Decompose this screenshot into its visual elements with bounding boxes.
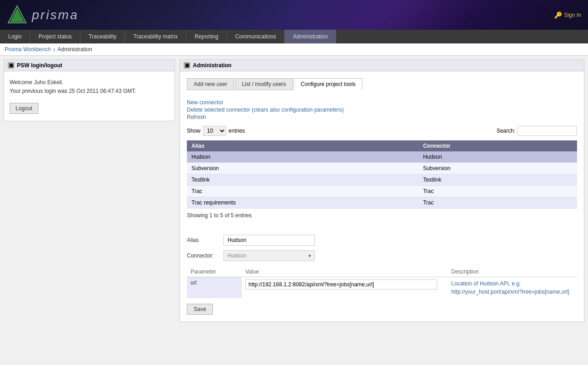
show-left: Show 10 25 50 100 entries xyxy=(187,126,245,136)
app-header: prisma 🔑 Sign In xyxy=(0,0,588,30)
delete-connector-link[interactable]: Delete selected connector (clears also c… xyxy=(187,107,577,113)
cell-connector: Hudson xyxy=(418,151,577,163)
cell-alias: Trac xyxy=(187,186,418,197)
key-icon: 🔑 xyxy=(554,11,562,19)
search-area: Search: xyxy=(497,126,577,136)
search-label: Search: xyxy=(497,128,515,134)
breadcrumb: Prisma Workbench › Administration xyxy=(0,43,588,56)
sign-in-area[interactable]: 🔑 Sign In xyxy=(554,11,581,19)
nav-item-communications[interactable]: Communications xyxy=(227,30,285,43)
left-panel-title: PSW login/logout xyxy=(17,62,62,69)
left-panel: ▣ PSW login/logout Welcome Juho Eskeli. … xyxy=(4,59,175,121)
param-name: url xyxy=(187,277,242,299)
nav-item-traceability[interactable]: Traceability xyxy=(80,30,125,43)
connector-select[interactable]: Hudson xyxy=(223,250,315,261)
table-row[interactable]: TestlinkTestlink xyxy=(187,174,577,186)
welcome-line1: Welcome Juho Eskeli. xyxy=(10,78,169,87)
tab-configure-project-tools[interactable]: Configure project tools xyxy=(294,78,362,90)
right-panel-title: Administration xyxy=(193,62,232,69)
save-button[interactable]: Save xyxy=(187,304,213,315)
nav-bar: Login Project status Traceability Tracea… xyxy=(0,30,588,43)
right-panel: ▣ Administration Add new user List / mod… xyxy=(180,59,584,322)
tabs-container: Add new user List / modify users Configu… xyxy=(187,78,577,90)
entries-label: entries xyxy=(228,128,245,134)
breadcrumb-separator: › xyxy=(53,46,55,53)
tab-list-modify-users[interactable]: List / modify users xyxy=(235,78,293,90)
refresh-link[interactable]: Refresh xyxy=(187,114,577,120)
show-label: Show xyxy=(187,128,201,134)
welcome-line2: Your previous login was 25 Oct 2011 06:4… xyxy=(10,87,169,96)
main-content: ▣ PSW login/logout Welcome Juho Eskeli. … xyxy=(0,56,588,326)
params-table: Parameter Value Description url Location… xyxy=(187,267,577,298)
showing-text: Showing 1 to 5 of 5 entries xyxy=(187,212,577,219)
action-links: New connector Delete selected connector … xyxy=(187,99,577,120)
table-row[interactable]: Trac requirementsTrac xyxy=(187,197,577,209)
cell-connector: Testlink xyxy=(418,174,577,186)
breadcrumb-home[interactable]: Prisma Workbench xyxy=(5,46,51,53)
right-panel-header: ▣ Administration xyxy=(180,60,584,71)
cell-alias: Hudson xyxy=(187,151,418,163)
table-row[interactable]: SubversionSubversion xyxy=(187,163,577,174)
new-connector-link[interactable]: New connector xyxy=(187,99,577,106)
cell-connector: Trac xyxy=(418,197,577,209)
alias-row: Alias xyxy=(187,235,577,246)
left-panel-body: Welcome Juho Eskeli. Your previous login… xyxy=(4,71,175,121)
connector-select-wrapper: Hudson ▼ xyxy=(223,250,315,261)
param-description: Location of Hudson API, e.g.http://your_… xyxy=(448,277,577,299)
col-connector: Connector xyxy=(418,140,577,151)
param-col-value: Value xyxy=(242,267,448,277)
param-row: url Location of Hudson API, e.g.http://y… xyxy=(187,277,577,299)
nav-item-traceability-matrix[interactable]: Traceability matrix xyxy=(125,30,186,43)
param-value-cell xyxy=(242,277,448,299)
connector-row: Connector: Hudson ▼ xyxy=(187,250,577,261)
app-name: prisma xyxy=(32,8,79,22)
col-alias: Alias xyxy=(187,140,418,151)
entries-select[interactable]: 10 25 50 100 xyxy=(203,126,226,136)
table-row[interactable]: HudsonHudson xyxy=(187,151,577,163)
connector-form: Alias Connector: Hudson ▼ xyxy=(187,228,577,315)
param-col-description: Description xyxy=(448,267,577,277)
breadcrumb-current: Administration xyxy=(58,46,92,53)
nav-item-project-status[interactable]: Project status xyxy=(30,30,80,43)
cell-connector: Trac xyxy=(418,186,577,197)
cell-connector: Subversion xyxy=(418,163,577,174)
nav-item-login[interactable]: Login xyxy=(0,30,30,43)
logout-button[interactable]: Logout xyxy=(10,103,38,114)
alias-input[interactable] xyxy=(223,235,315,246)
alias-label: Alias xyxy=(187,237,219,243)
right-panel-body: Add new user List / modify users Configu… xyxy=(180,71,584,322)
right-panel-icon: ▣ xyxy=(184,62,190,69)
param-value-input[interactable] xyxy=(245,279,437,290)
connector-label: Connector: xyxy=(187,252,219,259)
sign-in-link[interactable]: Sign In xyxy=(564,12,581,18)
cell-alias: Trac requirements xyxy=(187,197,418,209)
param-col-parameter: Parameter xyxy=(187,267,242,277)
welcome-message: Welcome Juho Eskeli. Your previous login… xyxy=(10,78,169,96)
logo-area: prisma xyxy=(7,5,79,25)
search-input[interactable] xyxy=(518,126,577,136)
left-panel-header: ▣ PSW login/logout xyxy=(4,60,175,71)
table-row[interactable]: TracTrac xyxy=(187,186,577,197)
tab-add-new-user[interactable]: Add new user xyxy=(187,78,234,90)
cell-alias: Subversion xyxy=(187,163,418,174)
table-controls: Show 10 25 50 100 entries Search: xyxy=(187,126,577,136)
logo-icon xyxy=(7,5,27,25)
nav-item-reporting[interactable]: Reporting xyxy=(186,30,227,43)
connectors-table: Alias Connector HudsonHudsonSubversionSu… xyxy=(187,140,577,209)
panel-icon: ▣ xyxy=(8,62,14,69)
nav-item-administration[interactable]: Administration xyxy=(285,30,336,43)
cell-alias: Testlink xyxy=(187,174,418,186)
